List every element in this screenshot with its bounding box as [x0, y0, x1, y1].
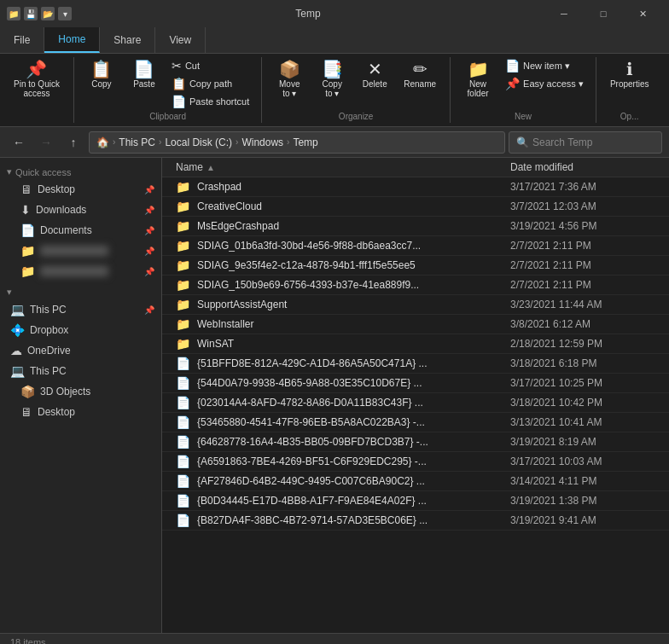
- paste-shortcut-icon: 📄: [172, 95, 186, 108]
- file-type-icon: 📁: [176, 278, 190, 292]
- copy-button[interactable]: 📋 Copy: [81, 57, 122, 92]
- thispc-label: This PC: [30, 304, 67, 316]
- file-row[interactable]: 📄{A6591863-7BE4-4269-BF51-C6F929EDC295} …: [162, 452, 669, 472]
- file-row[interactable]: 📁MsEdgeCrashpad3/19/2021 4:56 PM: [162, 217, 669, 236]
- file-date: 3/19/2021 8:19 AM: [510, 436, 655, 448]
- file-row[interactable]: 📄{53465880-4541-47F8-96EB-B5A8AC022BA3} …: [162, 413, 669, 432]
- title-bar-icons: 📁 💾 📂 ▾: [7, 7, 72, 20]
- file-type-icon: 📁: [176, 258, 190, 272]
- file-row[interactable]: 📁WinSAT2/18/2021 12:59 PM: [162, 334, 669, 354]
- sidebar-item-onedrive[interactable]: ☁ OneDrive: [0, 340, 161, 361]
- blurred-icon-2: 📁: [20, 264, 35, 278]
- move-to-button[interactable]: 📦 Moveto ▾: [269, 57, 310, 102]
- file-row[interactable]: 📁Crashpad3/17/2021 7:36 AM: [162, 177, 669, 197]
- file-row[interactable]: 📁SDIAG_9e35f4e2-c12a-4878-94b1-fff1f5e55…: [162, 256, 669, 276]
- address-bar[interactable]: 🏠 › This PC › Local Disk (C:) › Windows …: [89, 131, 505, 154]
- easy-access-button[interactable]: 📌 Easy access ▾: [500, 75, 589, 92]
- paste-button[interactable]: 📄 Paste: [124, 57, 165, 92]
- file-type-icon: 📄: [176, 455, 190, 468]
- new-folder-button[interactable]: 📁 Newfolder: [457, 57, 498, 102]
- sidebar-item-desktop[interactable]: 🖥 Desktop 📌: [0, 179, 161, 200]
- copy-to-button[interactable]: 📑 Copyto ▾: [311, 57, 352, 102]
- paste-shortcut-button[interactable]: 📄 Paste shortcut: [166, 93, 254, 110]
- status-bar: 18 items: [0, 633, 669, 644]
- sidebar-item-blurred-2[interactable]: 📁 📌: [0, 261, 161, 281]
- file-date: 3/19/2021 1:38 PM: [510, 495, 655, 507]
- sort-asc-icon: ▲: [207, 163, 215, 172]
- paste-icon: 📄: [133, 61, 154, 78]
- file-name: {B0D34445-E17D-4BB8-A1F7-F9AE84E4A02F} .…: [197, 495, 503, 507]
- sidebar-item-3dobjects[interactable]: 📦 3D Objects: [0, 381, 161, 402]
- new-group-label: New: [515, 110, 532, 123]
- pin-to-quick-access-button[interactable]: 📌 Pin to Quickaccess: [7, 57, 67, 102]
- file-name: {023014A4-8AFD-4782-8A86-D0A11B83C43F} .…: [197, 397, 503, 409]
- minimize-button[interactable]: ─: [544, 0, 584, 27]
- ribbon-content: 📌 Pin to Quickaccess 📋 Copy 📄 Paste ✂ Cu…: [0, 54, 669, 127]
- address-home-icon: 🏠: [96, 136, 109, 148]
- file-row[interactable]: 📁SDIAG_01b6a3fd-30bd-4e56-9f88-db6aea3cc…: [162, 236, 669, 256]
- maximize-button[interactable]: □: [584, 0, 623, 27]
- up-button[interactable]: ↑: [61, 131, 85, 154]
- thispc-2-label: This PC: [30, 365, 67, 377]
- copy-path-button[interactable]: 📋 Copy path: [166, 75, 254, 92]
- file-row[interactable]: 📄{544D0A79-9938-4B65-9A88-03E35C10D67E} …: [162, 374, 669, 393]
- address-windows[interactable]: Windows: [241, 136, 283, 148]
- sidebar-item-downloads[interactable]: ⬇ Downloads 📌: [0, 200, 161, 220]
- paste-label: Paste: [133, 79, 155, 89]
- file-row[interactable]: 📄{51BFFD8E-812A-429C-A1D4-86A5A50C471A} …: [162, 354, 669, 374]
- file-row[interactable]: 📁CreativeCloud3/7/2021 12:03 AM: [162, 197, 669, 217]
- dropbox-label: Dropbox: [30, 324, 68, 336]
- rename-button[interactable]: ✏ Rename: [397, 57, 443, 92]
- onedrive-label: OneDrive: [27, 345, 71, 357]
- file-date: 3/23/2021 11:44 AM: [510, 299, 655, 310]
- search-bar[interactable]: 🔍 Search Temp: [509, 131, 662, 154]
- sidebar-item-blurred-1[interactable]: 📁 📌: [0, 241, 161, 261]
- file-row[interactable]: 📁WebInstaller3/8/2021 6:12 AM: [162, 315, 669, 334]
- sidebar-item-desktop-2[interactable]: 🖥 Desktop: [0, 402, 161, 422]
- file-row[interactable]: 📁SDIAG_150b9e69-6756-4393-b37e-41ea889f9…: [162, 276, 669, 295]
- forward-button[interactable]: →: [34, 131, 58, 154]
- col-date[interactable]: Date modified: [510, 161, 655, 173]
- file-row[interactable]: 📄{64628778-16A4-4B35-BB05-09BFD7BCD3B7} …: [162, 432, 669, 452]
- new-item-button[interactable]: 📄 New item ▾: [500, 57, 589, 74]
- cut-button[interactable]: ✂ Cut: [166, 57, 254, 74]
- chevron-4: ›: [287, 137, 289, 147]
- col-name[interactable]: Name ▲: [176, 161, 510, 173]
- sidebar-item-dropbox[interactable]: 💠 Dropbox: [0, 320, 161, 340]
- file-row[interactable]: 📄{B0D34445-E17D-4BB8-A1F7-F9AE84E4A02F} …: [162, 491, 669, 511]
- tab-share[interactable]: Share: [100, 27, 155, 53]
- chevron-1: ›: [113, 137, 115, 147]
- ribbon-group-new: 📁 Newfolder 📄 New item ▾ 📌 Easy access ▾…: [451, 57, 596, 123]
- file-row[interactable]: 📄{AF27846D-64B2-449C-9495-C007C6BA90C2} …: [162, 472, 669, 491]
- onedrive-icon: ☁: [10, 344, 22, 357]
- file-name: CreativeCloud: [197, 200, 503, 212]
- new-folder-icon: 📁: [468, 61, 489, 78]
- file-type-icon: 📄: [176, 474, 190, 488]
- sidebar-item-documents[interactable]: 📄 Documents 📌: [0, 220, 161, 241]
- tab-view[interactable]: View: [155, 27, 206, 53]
- sidebar-item-thispc[interactable]: 💻 This PC 📌: [0, 299, 161, 320]
- move-icon: 📦: [279, 61, 300, 78]
- address-temp[interactable]: Temp: [293, 136, 317, 148]
- delete-button[interactable]: ✕ Delete: [354, 57, 395, 92]
- file-row[interactable]: 📄{B827DA4F-38BC-4B72-9714-57AD3E5BC06E} …: [162, 511, 669, 531]
- file-row[interactable]: 📄{023014A4-8AFD-4782-8A86-D0A11B83C43F} …: [162, 393, 669, 413]
- sidebar-item-thispc-2[interactable]: 💻 This PC: [0, 361, 161, 381]
- address-thispc[interactable]: This PC: [119, 136, 155, 148]
- blurred-label-2: [40, 266, 108, 276]
- properties-button[interactable]: ℹ Properties: [603, 57, 656, 92]
- address-localdisk[interactable]: Local Disk (C:): [165, 136, 232, 148]
- file-name: WebInstaller: [197, 318, 503, 330]
- ribbon-group-organize-items: 📦 Moveto ▾ 📑 Copyto ▾ ✕ Delete ✏ Rename: [269, 57, 443, 110]
- file-row[interactable]: 📁SupportAssistAgent3/23/2021 11:44 AM: [162, 295, 669, 315]
- desktop-label: Desktop: [38, 183, 75, 195]
- tab-file[interactable]: File: [0, 27, 44, 53]
- dropbox-icon: 💠: [10, 323, 25, 337]
- ribbon-group-clipboard: 📋 Copy 📄 Paste ✂ Cut 📋 Copy path 📄 Past: [74, 57, 262, 123]
- file-type-icon: 📄: [176, 376, 190, 390]
- new-item-icon: 📄: [505, 59, 520, 73]
- copy-to-icon: 📑: [322, 61, 343, 78]
- tab-home[interactable]: Home: [44, 27, 100, 53]
- back-button[interactable]: ←: [7, 131, 31, 154]
- close-button[interactable]: ✕: [623, 0, 662, 27]
